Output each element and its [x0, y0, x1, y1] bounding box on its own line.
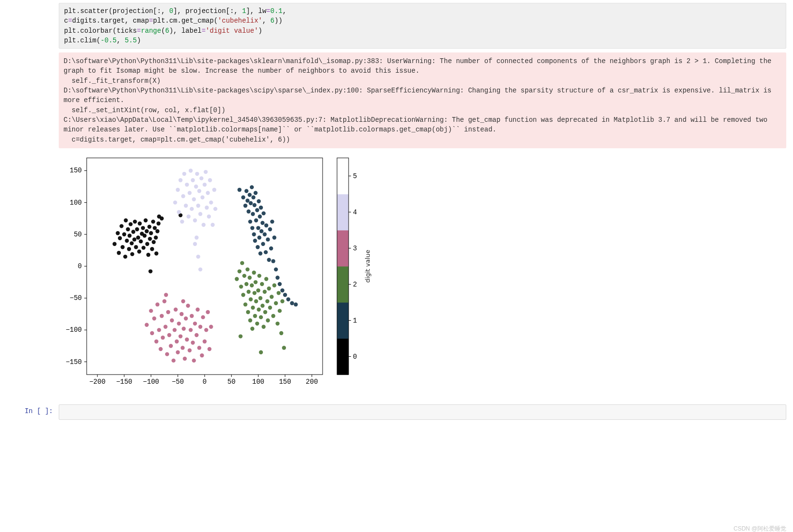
svg-rect-272	[337, 158, 349, 195]
svg-point-231	[177, 210, 181, 214]
svg-point-135	[243, 302, 247, 306]
svg-text:0: 0	[78, 262, 82, 270]
svg-point-136	[245, 282, 248, 286]
svg-point-84	[245, 189, 248, 193]
svg-point-125	[283, 293, 287, 297]
svg-point-60	[142, 246, 145, 249]
stderr-output: D:\software\Python\Python311\Lib\site-pa…	[59, 52, 786, 148]
svg-point-54	[136, 235, 140, 239]
svg-point-97	[254, 191, 258, 195]
svg-text:−200: −200	[89, 378, 105, 386]
svg-point-121	[274, 267, 278, 271]
code-input-empty[interactable]	[59, 404, 786, 420]
svg-point-228	[181, 299, 185, 303]
svg-point-177	[238, 334, 242, 338]
svg-text:−100: −100	[65, 326, 82, 334]
svg-point-156	[259, 315, 263, 319]
svg-point-222	[203, 339, 207, 343]
svg-point-162	[264, 277, 268, 281]
svg-point-221	[201, 315, 205, 319]
svg-point-110	[261, 211, 265, 215]
svg-point-219	[198, 324, 202, 328]
svg-point-181	[150, 331, 154, 335]
svg-point-196	[171, 359, 175, 363]
svg-rect-268	[337, 302, 349, 339]
svg-rect-267	[337, 338, 349, 375]
svg-point-260	[211, 223, 215, 227]
svg-point-118	[270, 220, 274, 223]
svg-point-203	[180, 312, 183, 316]
svg-point-68	[149, 231, 153, 235]
svg-point-70	[151, 220, 155, 223]
svg-point-148	[253, 314, 257, 318]
svg-point-139	[247, 290, 250, 294]
svg-point-223	[204, 328, 208, 332]
svg-point-211	[189, 328, 193, 332]
watermark: CSDN @阿松爱睡觉	[733, 525, 786, 532]
svg-point-34	[116, 231, 119, 235]
svg-point-115	[267, 258, 271, 261]
svg-point-168	[271, 314, 275, 318]
svg-point-36	[118, 236, 122, 240]
svg-point-178	[259, 350, 263, 354]
svg-point-38	[120, 245, 124, 249]
svg-point-241	[190, 207, 194, 211]
svg-point-256	[206, 191, 209, 195]
svg-text:200: 200	[306, 378, 318, 386]
svg-text:50: 50	[74, 231, 82, 238]
svg-point-77	[148, 269, 152, 273]
svg-point-263	[195, 235, 198, 239]
svg-point-120	[273, 235, 276, 239]
svg-point-240	[189, 169, 193, 172]
svg-point-237	[185, 182, 189, 186]
svg-point-249	[198, 212, 202, 216]
svg-text:0: 0	[203, 378, 207, 386]
svg-point-94	[252, 232, 256, 236]
svg-point-163	[265, 299, 269, 303]
svg-point-72	[153, 226, 156, 230]
svg-point-246	[195, 172, 199, 176]
svg-point-107	[260, 229, 263, 233]
svg-point-51	[133, 220, 137, 223]
svg-point-209	[186, 304, 190, 308]
code-cell: plt.scatter(projection[:, 0], projection…	[0, 3, 793, 49]
svg-point-218	[197, 346, 201, 350]
svg-point-67	[148, 237, 152, 241]
svg-point-225	[208, 347, 211, 351]
svg-text:0: 0	[353, 352, 357, 360]
svg-point-65	[146, 253, 150, 257]
svg-point-144	[250, 326, 254, 330]
svg-point-230	[176, 188, 180, 192]
svg-point-86	[247, 209, 250, 213]
svg-point-46	[129, 222, 132, 226]
svg-point-105	[259, 251, 262, 255]
svg-point-113	[264, 223, 268, 227]
svg-point-191	[165, 352, 169, 356]
svg-point-129	[235, 277, 239, 281]
svg-point-250	[199, 176, 203, 180]
code-input[interactable]: plt.scatter(projection[:, 0], projection…	[59, 3, 786, 49]
svg-point-42	[125, 239, 129, 243]
input-prompt-empty: In [ ]:	[0, 404, 59, 415]
svg-point-262	[213, 207, 217, 211]
svg-point-112	[264, 250, 268, 254]
svg-point-44	[127, 247, 131, 251]
svg-point-265	[196, 255, 200, 259]
svg-point-232	[179, 178, 182, 182]
svg-point-55	[137, 249, 141, 253]
svg-text:−50: −50	[172, 378, 184, 386]
svg-point-252	[202, 223, 206, 227]
svg-point-57	[139, 239, 143, 243]
svg-point-114	[266, 237, 270, 241]
empty-cell: In [ ]:	[0, 404, 793, 420]
svg-point-175	[280, 299, 284, 303]
svg-point-192	[166, 310, 170, 314]
svg-point-79	[160, 216, 164, 220]
svg-point-202	[179, 334, 182, 338]
svg-point-254	[204, 170, 208, 174]
svg-point-73	[154, 235, 157, 239]
svg-point-186	[158, 347, 162, 351]
svg-point-189	[162, 299, 166, 303]
svg-point-93	[251, 195, 255, 199]
svg-point-190	[164, 324, 168, 328]
